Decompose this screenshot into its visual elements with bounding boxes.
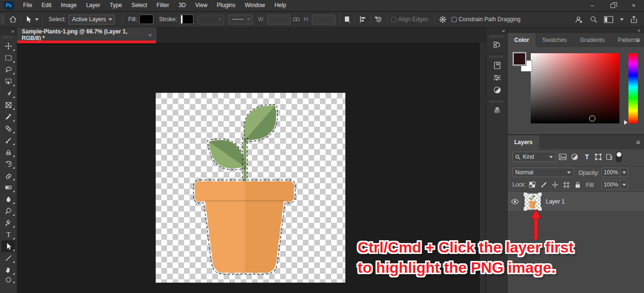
eyedropper-tool[interactable] [1,111,16,122]
stroke-swatch[interactable] [179,15,193,24]
lock-image-icon[interactable] [539,180,548,189]
minimize-button[interactable]: – [582,0,602,11]
fill-chevron[interactable] [620,180,628,189]
menu-image[interactable]: Image [56,0,81,11]
brush-tool[interactable] [1,134,16,146]
line-tool[interactable] [1,252,16,264]
layer-thumbnail[interactable] [525,194,541,210]
stroke-width-dropdown[interactable] [198,15,224,24]
properties-panel-icon[interactable] [486,72,508,84]
menu-view[interactable]: View [191,0,212,11]
canvas[interactable] [156,93,345,283]
clone-stamp-tool[interactable] [1,146,16,158]
menu-type[interactable]: Type [105,0,126,11]
menu-plugins[interactable]: Plugins [212,0,240,11]
tab-close-icon[interactable]: × [148,32,152,39]
color-picker-ring[interactable] [589,115,595,122]
fill-value[interactable]: 100% [602,180,620,189]
home-icon[interactable] [9,16,17,23]
layers-panel-menu-icon[interactable]: ≡ [636,138,640,146]
layer-row[interactable]: Layer 1 [508,192,644,211]
dock-grip[interactable] [490,35,504,38]
type-tool[interactable]: T [1,228,16,240]
object-selection-tool[interactable] [1,75,16,87]
menu-edit[interactable]: Edit [37,0,56,11]
hue-slider[interactable] [628,53,638,123]
menu-layer[interactable]: Layer [81,0,105,11]
gradient-tool[interactable] [1,181,16,193]
dodge-tool[interactable] [1,205,16,217]
add-user-icon[interactable] [575,16,583,24]
spot-healing-brush-tool[interactable] [1,122,16,134]
dock-grip[interactable] [490,100,504,103]
filter-smart-objects-icon[interactable] [604,153,614,161]
path-operations-icon[interactable] [343,16,351,23]
frame-tool[interactable] [1,99,16,111]
workspace-switcher-icon[interactable] [604,16,613,23]
color-panel-menu-icon[interactable]: ≡ [636,36,640,44]
blur-tool[interactable] [1,193,16,205]
gear-icon[interactable] [439,16,447,24]
stroke-style-dropdown[interactable] [228,15,253,24]
constrain-path-dragging-checkbox[interactable] [452,17,457,22]
move-tool[interactable] [1,40,16,52]
lock-position-icon[interactable] [550,180,560,189]
link-dimensions-icon[interactable] [293,17,300,22]
menu-file[interactable]: File [18,0,37,11]
layer-filter-kind-dropdown[interactable]: Kind [512,152,556,162]
path-alignment-icon[interactable] [359,16,367,23]
menu-window[interactable]: Window [240,0,270,11]
blend-mode-dropdown[interactable]: Normal [512,168,574,177]
history-brush-tool[interactable] [1,158,16,170]
restore-button[interactable] [602,0,623,11]
dock-expand-icon[interactable]: « [486,27,507,34]
saturation-brightness-field[interactable] [531,53,619,123]
menu-select[interactable]: Select [126,0,151,11]
workspace-chevron-icon[interactable] [620,18,624,21]
search-icon[interactable] [590,16,597,23]
libraries-panel-icon[interactable] [486,59,508,72]
tab-gradients[interactable]: Gradients [573,33,611,47]
layer-filter-toggle[interactable] [616,151,622,163]
share-icon[interactable] [630,16,637,24]
lock-transparency-icon[interactable] [527,180,537,189]
layer-name[interactable]: Layer 1 [546,198,565,205]
opacity-value[interactable]: 100% [602,168,620,177]
lock-artboard-icon[interactable] [561,180,571,189]
quick-selection-tool[interactable] [1,87,16,99]
adjustments-panel-icon[interactable] [486,84,508,96]
layer-visibility-toggle[interactable] [508,192,522,211]
close-button[interactable]: × [623,0,644,11]
panels-collapse-icon[interactable]: » [508,27,644,33]
filter-pixel-layers-icon[interactable] [557,153,568,161]
height-input[interactable] [312,15,335,24]
lock-all-icon[interactable] [573,180,582,189]
hand-tool[interactable] [1,264,16,276]
toolbar-grip[interactable] [3,36,13,39]
path-selection-tool[interactable] [1,240,16,252]
rectangular-marquee-tool[interactable] [1,52,16,64]
tab-layers[interactable]: Layers [508,135,539,149]
filter-shape-layers-icon[interactable] [593,153,603,161]
tab-swatches[interactable]: Swatches [535,33,573,47]
foreground-color-swatch[interactable] [513,53,526,65]
dock-grip[interactable] [490,56,504,58]
tab-color[interactable]: Color [508,33,535,47]
hue-slider-arrow[interactable] [624,120,627,125]
toolbar-expand-icon[interactable]: » [0,27,17,35]
color-mixer-panel-icon[interactable] [486,104,508,116]
width-input[interactable] [267,15,291,24]
menu-filter[interactable]: Filter [152,0,174,11]
filter-type-layers-icon[interactable]: T [582,153,592,161]
select-mode-dropdown[interactable]: Active Layers [68,15,115,24]
eraser-tool[interactable] [1,170,16,181]
zoom-tool[interactable] [1,276,16,284]
options-bar-grip[interactable] [1,14,4,24]
path-arrangement-icon[interactable] [375,16,383,23]
filter-adjustment-layers-icon[interactable] [569,153,580,161]
history-panel-icon[interactable] [486,39,508,51]
menu-3d[interactable]: 3D [174,0,190,11]
opacity-chevron[interactable] [620,168,628,177]
align-edges-checkbox[interactable] [391,17,396,22]
lasso-tool[interactable] [1,64,16,75]
